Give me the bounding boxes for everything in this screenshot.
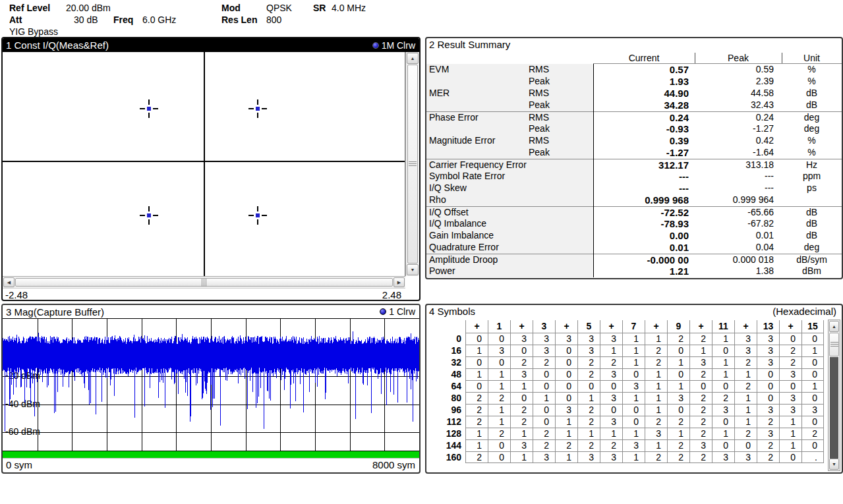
symbol-cell: 1 — [510, 428, 533, 439]
symbol-cell: 0 — [533, 416, 555, 428]
result-peak-value: 0.04 — [695, 242, 782, 254]
result-summary-titlebar[interactable]: 2 Result Summary — [426, 38, 842, 52]
scroll-right-icon[interactable]: ▶ — [393, 277, 405, 287]
res-len-value[interactable]: 800 — [266, 14, 281, 25]
symbol-cell: 2 — [510, 404, 533, 416]
symbols-scroll-thumb[interactable] — [829, 333, 839, 356]
symbol-cell: 3 — [600, 368, 622, 380]
symbol-cell: 3 — [757, 404, 779, 416]
result-peak-value: -1.64 — [695, 147, 782, 159]
crosshair-dash — [257, 99, 258, 105]
symbol-cell: 3 — [734, 333, 757, 345]
mod-value[interactable]: QPSK — [266, 3, 292, 13]
scroll-down-icon[interactable]: ▼ — [407, 264, 419, 275]
constellation-x-axis: -2.48 2.48 — [3, 289, 405, 300]
symbol-cell: 3 — [689, 439, 712, 451]
symbol-cell: 2 — [577, 356, 600, 368]
result-row: Amplitude Droop-0.000 000.000 018dB/sym — [426, 254, 842, 266]
symbols-row: 640110000311002001 — [428, 380, 824, 392]
result-peak-value: 0.59 — [695, 64, 782, 76]
crosshair-dash — [140, 108, 145, 109]
value-separator-line — [593, 64, 594, 277]
ref-level-value[interactable]: 20.00 dBm — [66, 3, 111, 13]
symbol-cell: 1 — [488, 416, 510, 428]
x-axis-max: 2.48 — [382, 289, 401, 300]
scroll-up-icon[interactable]: ▲ — [407, 53, 419, 64]
symbols-column-header: 1 — [488, 320, 510, 333]
symbol-cell: 0 — [533, 404, 555, 416]
symbol-cell: 2 — [555, 439, 577, 451]
symbols-scroll-track[interactable] — [830, 357, 838, 459]
constellation-plot — [3, 52, 405, 276]
symbol-cell: 1 — [779, 416, 801, 428]
column-peak: Peak — [695, 52, 782, 64]
symbol-cell: 2 — [510, 356, 533, 368]
symbol-cell: 3 — [645, 428, 667, 439]
symbol-cell: 0 — [712, 345, 734, 356]
result-sublabel — [529, 207, 593, 218]
symbol-cell: 3 — [555, 333, 577, 345]
symbol-cell: 1 — [555, 428, 577, 439]
result-label: Gain Imbalance — [426, 230, 529, 242]
freq-value[interactable]: 6.0 GHz — [142, 14, 176, 25]
symbol-cell: 1 — [645, 380, 667, 392]
symbol-cell: 1 — [801, 345, 824, 356]
symbol-cell: 1 — [712, 428, 734, 439]
result-current-value: 0.24 — [593, 112, 695, 123]
symbol-cell: 0 — [555, 368, 577, 380]
scroll-left-icon[interactable]: ◀ — [3, 277, 15, 287]
symbol-cell: 0 — [801, 392, 824, 404]
constellation-vertical-scrollbar[interactable]: ▲ ▼ — [405, 52, 419, 276]
result-label: Amplitude Droop — [426, 254, 529, 266]
symbols-column-header: 11 — [712, 320, 734, 333]
symbol-cell: 2 — [689, 428, 712, 439]
column-unit: Unit — [782, 52, 842, 64]
vertical-scroll-thumb[interactable] — [407, 65, 418, 264]
symbol-cell: 1 — [712, 356, 734, 368]
result-row: Magnitude ErrorRMS0.390.42% — [426, 135, 842, 147]
symbol-cell: 0 — [488, 356, 510, 368]
scroll-down-icon[interactable]: ▼ — [829, 459, 839, 470]
result-peak-value: 313.18 — [695, 159, 782, 171]
yig-bypass-status: YIG Bypass — [9, 26, 58, 37]
symbol-cell: 1 — [734, 404, 757, 416]
symbol-cell: 3 — [622, 380, 645, 392]
symbol-cell: 2 — [533, 356, 555, 368]
scroll-up-icon[interactable]: ▲ — [829, 321, 839, 332]
sr-label: SR — [313, 3, 326, 13]
mag-capture-titlebar[interactable]: 3 Mag(Capture Buffer) 1 Clrw — [3, 305, 419, 319]
symbol-cell: 1 — [510, 380, 533, 392]
symbol-cell: 3 — [779, 368, 801, 380]
symbol-cell: 1 — [645, 404, 667, 416]
result-label — [426, 123, 529, 135]
symbol-cell: 1 — [712, 368, 734, 380]
symbol-dot — [256, 107, 260, 111]
mag-trace-tag: 1 Clrw — [380, 306, 415, 317]
column-current: Current — [593, 52, 695, 64]
result-summary-rows: EVMRMS0.570.59%Peak1.932.39%MERRMS44.904… — [426, 64, 842, 277]
symbol-cell: 3 — [533, 333, 555, 345]
sr-value[interactable]: 4.0 MHz — [332, 3, 366, 13]
crosshair-dash — [262, 108, 267, 109]
mag-plot: -20 dBm-40 dBm-60 dBm — [3, 319, 419, 451]
result-unit: dB — [782, 88, 842, 99]
symbols-scrollbar[interactable]: ▲ ▼ — [828, 320, 840, 471]
symbol-cell: 0 — [779, 380, 801, 392]
result-sublabel: RMS — [529, 135, 593, 147]
symbol-cell: 3 — [757, 333, 779, 345]
symbols-column-header: 5 — [577, 320, 600, 333]
symbols-column-header: + — [465, 320, 488, 333]
symbol-cell: 2 — [689, 333, 712, 345]
result-unit: dB — [782, 207, 842, 218]
symbol-cell: 0 — [488, 451, 510, 463]
constellation-horizontal-scrollbar[interactable]: ◀ ▶ — [3, 276, 405, 289]
constellation-title: 1 Const I/Q(Meas&Ref) — [6, 40, 109, 51]
symbol-cell: 0 — [801, 368, 824, 380]
symbol-cell: 0 — [465, 333, 488, 345]
constellation-titlebar[interactable]: 1 Const I/Q(Meas&Ref) 1M Clrw — [3, 38, 419, 52]
symbols-titlebar[interactable]: 4 Symbols (Hexadecimal) — [426, 305, 842, 320]
att-value[interactable]: 30 dB — [74, 14, 98, 25]
symbol-cell: 0 — [801, 356, 824, 368]
symbol-cell: 1 — [600, 428, 622, 439]
horizontal-scroll-thumb[interactable] — [15, 278, 393, 287]
